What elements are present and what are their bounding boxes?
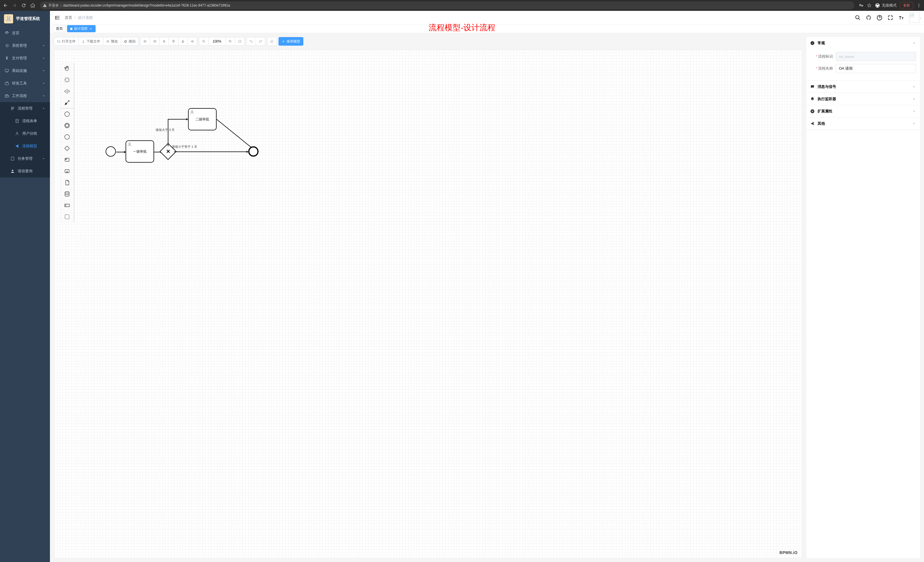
align-bottom-icon xyxy=(181,40,184,43)
browser-right: 无痕模式 更新 xyxy=(859,2,921,9)
sidebar-item-task-mgmt[interactable]: 任务管理 xyxy=(0,152,50,165)
group-tool[interactable] xyxy=(60,211,74,223)
data-object-tool[interactable] xyxy=(60,177,74,188)
open-file-button[interactable]: 打开文件 xyxy=(54,37,79,46)
plus-icon xyxy=(282,40,285,43)
task-tool[interactable] xyxy=(60,154,74,165)
back-icon[interactable] xyxy=(3,3,8,8)
props-listeners-header[interactable]: 执行监听器 xyxy=(806,93,920,105)
task-icon xyxy=(10,156,15,161)
tab-home[interactable]: 首页 xyxy=(53,25,66,32)
sidebar-item-workflow[interactable]: 工作流程 xyxy=(0,90,50,102)
star-icon[interactable] xyxy=(867,3,872,8)
subprocess-tool[interactable] xyxy=(60,165,74,177)
align-right-icon xyxy=(153,40,156,43)
home-icon[interactable] xyxy=(30,3,35,8)
svg-rect-24 xyxy=(65,158,69,162)
simulate-button[interactable]: 模拟 xyxy=(121,37,139,46)
end-event-tool[interactable] xyxy=(60,131,74,142)
forward-icon[interactable] xyxy=(12,3,17,8)
sidebar-item-leave-query[interactable]: 请假查询 xyxy=(0,165,50,177)
sidebar-header: 🐰 芋道管理系统 xyxy=(0,11,50,27)
form-icon xyxy=(15,119,20,123)
zoom-out-button[interactable] xyxy=(199,37,208,46)
undo-icon xyxy=(249,40,253,43)
data-store-tool[interactable] xyxy=(60,188,74,200)
align-left-button[interactable] xyxy=(140,37,150,46)
align-top-button[interactable] xyxy=(169,37,178,46)
gateway-tool[interactable] xyxy=(60,142,74,154)
sidebar-item-system[interactable]: 系统管理 xyxy=(0,39,50,52)
process-name-input[interactable] xyxy=(836,64,916,73)
svg-point-3 xyxy=(919,5,920,6)
bpmn-end-event[interactable] xyxy=(248,146,258,157)
zoom-reset-button[interactable] xyxy=(235,37,244,46)
props-messages-header[interactable]: 消息与信号 xyxy=(806,81,920,93)
font-size-icon[interactable] xyxy=(898,15,904,21)
svg-point-22 xyxy=(66,124,69,127)
props-other-header[interactable]: 其他 xyxy=(806,117,920,129)
zoom-in-button[interactable] xyxy=(225,37,235,46)
task-icon xyxy=(64,157,70,163)
align-bottom-button[interactable] xyxy=(178,37,188,46)
designer: 打开文件 下载文件 预览 模拟 1 xyxy=(54,37,802,558)
help-icon[interactable] xyxy=(877,15,882,21)
url-bar[interactable]: 不安全 | dashboard.yudao.iocoder.cn/bpm/man… xyxy=(40,1,854,9)
sidebar-item-form[interactable]: 流程表单 xyxy=(0,115,50,127)
breadcrumb: 首页 / 设计流程 xyxy=(65,15,93,20)
reload-icon[interactable] xyxy=(21,3,26,8)
send-icon xyxy=(15,144,20,148)
align-center-v-button[interactable] xyxy=(188,37,197,46)
sidebar-item-process-model[interactable]: 流程模型 xyxy=(0,140,50,152)
close-icon[interactable] xyxy=(89,27,93,30)
save-model-button[interactable]: 保存模型 xyxy=(279,37,303,46)
sidebar-item-user-group[interactable]: 用户分组 xyxy=(0,127,50,140)
sidebar-item-home[interactable]: 首页 xyxy=(0,27,50,39)
reset-button[interactable] xyxy=(267,37,277,46)
lasso-tool[interactable] xyxy=(60,74,74,85)
toolbar: 打开文件 下载文件 预览 模拟 1 xyxy=(54,37,802,49)
svg-point-25 xyxy=(66,159,66,160)
connect-tool[interactable] xyxy=(60,97,74,108)
bpmn-sequence-flow[interactable] xyxy=(116,151,126,153)
tab-design[interactable]: 设计流程 xyxy=(67,25,96,32)
props-extensions-header[interactable]: 扩展属性 xyxy=(806,105,920,117)
menu-dots-icon[interactable] xyxy=(916,3,921,8)
align-center-h-button[interactable] xyxy=(159,37,169,46)
bpmn-sequence-flow[interactable] xyxy=(217,119,254,151)
bpmn-sequence-flow[interactable] xyxy=(174,150,248,153)
space-tool[interactable] xyxy=(60,85,74,97)
breadcrumb-home[interactable]: 首页 xyxy=(65,15,72,20)
sidebar-item-dev[interactable]: 研发工具 xyxy=(0,77,50,90)
zoom-level: 100% xyxy=(208,37,225,46)
reset-icon xyxy=(270,40,274,43)
props-general-header[interactable]: 常规 xyxy=(806,37,920,49)
hand-tool[interactable] xyxy=(60,63,74,74)
update-button[interactable]: 更新 xyxy=(900,2,913,9)
start-event-tool[interactable] xyxy=(60,108,74,120)
undo-button[interactable] xyxy=(246,37,256,46)
bpmn-canvas[interactable]: 一级审批 ✕ 请假大于 3 天 二级审批 xyxy=(54,50,802,558)
sidebar-item-infra[interactable]: 基础设施 xyxy=(0,64,50,77)
intermediate-event-tool[interactable] xyxy=(60,120,74,131)
download-file-button[interactable]: 下载文件 xyxy=(79,37,103,46)
space-icon xyxy=(64,88,70,94)
incognito-icon xyxy=(875,3,880,8)
chevron-down-icon xyxy=(42,44,45,47)
participant-tool[interactable] xyxy=(60,200,74,211)
hamburger-icon[interactable] xyxy=(54,15,60,21)
preview-button[interactable]: 预览 xyxy=(103,37,121,46)
sidebar-item-pay[interactable]: 支付管理 xyxy=(0,52,50,64)
bpmn-start-event[interactable] xyxy=(106,146,116,157)
align-right-button[interactable] xyxy=(150,37,159,46)
bpmn-task-approval-1[interactable]: 一级审批 xyxy=(126,140,154,163)
fullscreen-icon[interactable] xyxy=(888,15,893,21)
redo-button[interactable] xyxy=(256,37,266,46)
avatar[interactable] xyxy=(909,12,920,23)
search-icon[interactable] xyxy=(855,15,861,21)
github-icon[interactable] xyxy=(866,15,872,21)
download-icon xyxy=(82,40,85,43)
key-icon[interactable] xyxy=(859,3,864,8)
bpmn-task-approval-2[interactable]: 二级审批 xyxy=(188,108,217,130)
sidebar-item-process-mgmt[interactable]: 流程管理 xyxy=(0,102,50,115)
